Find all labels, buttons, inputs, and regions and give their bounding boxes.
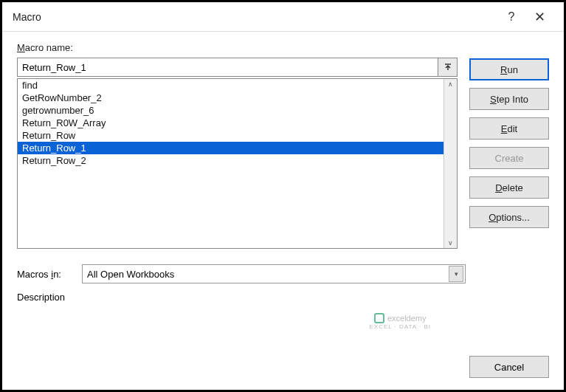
macros-in-dropdown[interactable]: All Open Workbooks ▾ bbox=[82, 264, 466, 283]
macro-list-section: Macro name: findGetRowNumber_2getrownumb… bbox=[17, 42, 458, 249]
top-section: Macro name: findGetRowNumber_2getrownumb… bbox=[17, 42, 549, 249]
macros-in-label: Macros in: bbox=[17, 269, 73, 280]
macro-name-input[interactable] bbox=[17, 58, 438, 77]
list-item[interactable]: Return_Row_1 bbox=[18, 142, 444, 154]
list-item[interactable]: find bbox=[18, 79, 444, 92]
delete-button[interactable]: Delete bbox=[469, 176, 549, 199]
macro-name-label: Macro name: bbox=[17, 42, 458, 53]
step-into-button[interactable]: Step Into bbox=[469, 88, 549, 110]
macro-list-items: findGetRowNumber_2getrownumber_6Return_R… bbox=[18, 79, 444, 248]
bottom-row: Cancel bbox=[2, 356, 564, 390]
action-buttons: Run Step Into Edit Create Delete Options… bbox=[469, 42, 549, 249]
close-icon[interactable]: ✕ bbox=[525, 9, 553, 25]
macros-in-row: Macros in: All Open Workbooks ▾ bbox=[17, 264, 549, 284]
run-button[interactable]: Run bbox=[469, 58, 549, 80]
list-item[interactable]: getrownumber_6 bbox=[18, 104, 444, 117]
chevron-down-icon[interactable]: ▾ bbox=[449, 266, 463, 282]
watermark: exceldemy EXCEL · DATA · BI bbox=[369, 313, 431, 331]
list-item[interactable]: Return_R0W_Array bbox=[18, 117, 444, 129]
description-label: Description bbox=[17, 292, 549, 303]
dialog-title: Macro bbox=[13, 11, 497, 23]
macro-listbox[interactable]: findGetRowNumber_2getrownumber_6Return_R… bbox=[17, 78, 458, 249]
macros-in-value: All Open Workbooks bbox=[87, 269, 174, 280]
collapse-dialog-icon[interactable] bbox=[438, 58, 458, 77]
macro-dialog: Macro ? ✕ Macro name: findGetRowNumber_2… bbox=[0, 0, 566, 392]
list-item[interactable]: Return_Row_2 bbox=[18, 154, 444, 167]
titlebar: Macro ? ✕ bbox=[2, 2, 564, 32]
edit-button[interactable]: Edit bbox=[469, 117, 549, 140]
logo-icon bbox=[374, 313, 384, 323]
scroll-down-icon[interactable]: ∨ bbox=[448, 239, 453, 247]
create-button: Create bbox=[469, 147, 549, 169]
macro-name-row bbox=[17, 58, 458, 77]
options-button[interactable]: Options... bbox=[469, 206, 549, 228]
scrollbar[interactable]: ∧ ∨ bbox=[444, 79, 457, 248]
help-icon[interactable]: ? bbox=[497, 10, 525, 24]
cancel-button[interactable]: Cancel bbox=[469, 356, 549, 378]
dialog-content: Macro name: findGetRowNumber_2getrownumb… bbox=[2, 32, 564, 356]
list-item[interactable]: GetRowNumber_2 bbox=[18, 92, 444, 104]
list-item[interactable]: Return_Row bbox=[18, 129, 444, 142]
scroll-up-icon[interactable]: ∧ bbox=[448, 80, 453, 88]
